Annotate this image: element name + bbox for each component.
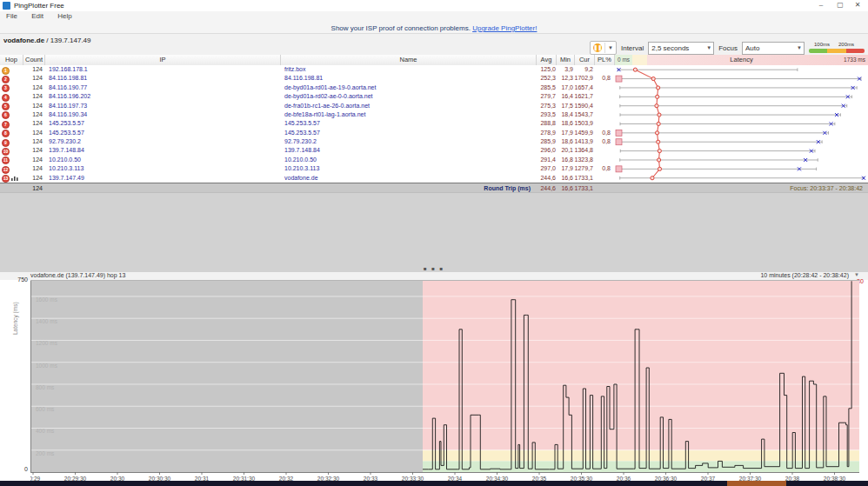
- yellow-zone: [423, 450, 859, 462]
- name-cell: 10.210.3.113: [284, 164, 528, 173]
- latency-scale-max: 1733 ms: [844, 55, 865, 65]
- cur-cell: 1733,1: [573, 174, 593, 183]
- avg-cell: 288,8: [533, 119, 556, 128]
- table-row[interactable]: 1112410.210.0.5010.210.0.50291,416,81323…: [0, 156, 868, 164]
- count-cell: 124: [23, 110, 43, 119]
- table-row[interactable]: 912492.79.230.292.79.230.2285,918,61413,…: [0, 137, 868, 146]
- hop-number-badge: 13: [2, 175, 10, 183]
- table-row[interactable]: 412484.116.196.202de-byd01a-rd02-ae-0-0.…: [0, 92, 868, 101]
- packet-loss-cell: 0,8: [593, 164, 611, 173]
- hop-cell: 10: [0, 146, 23, 155]
- gridline-label: 600 ms: [36, 406, 55, 412]
- min-cell: 17,9: [557, 164, 573, 173]
- header-min[interactable]: Min: [557, 55, 575, 65]
- ip-cell: 92.79.230.2: [49, 137, 275, 146]
- hop-number-badge: 7: [2, 121, 10, 129]
- header-hop[interactable]: Hop: [0, 55, 23, 65]
- packet-loss-cell: 0,8: [593, 137, 611, 146]
- avg-cell: 125,0: [533, 65, 556, 74]
- menu-help[interactable]: Help: [51, 11, 77, 21]
- name-cell: 139.7.148.84: [284, 146, 528, 155]
- header-cur[interactable]: Cur: [575, 55, 595, 65]
- interval-select[interactable]: 2,5 seconds ▼: [648, 42, 714, 55]
- close-button[interactable]: ✕: [849, 1, 866, 10]
- min-cell: 16,4: [557, 92, 573, 101]
- ip-cell: 84.116.198.81: [49, 74, 275, 83]
- hop-cell: 9: [0, 137, 23, 146]
- name-cell: 84.116.198.81: [284, 74, 528, 83]
- timeline-range[interactable]: 10 minutes (20:28:42 - 20:38:42): [760, 272, 849, 278]
- table-row[interactable]: 312484.116.190.77de-byd01a-rd01-ae-19-0.…: [0, 83, 868, 92]
- cur-cell: 1657,4: [573, 83, 593, 92]
- gridline-label: 1000 ms: [36, 363, 58, 369]
- name-cell: de-byd01a-rd02-ae-0-0.aorta.net: [284, 92, 528, 101]
- menu-edit[interactable]: Edit: [25, 11, 50, 21]
- hop-cell: 2: [0, 74, 23, 83]
- chevron-down-icon: ▼: [797, 45, 802, 50]
- timeline-plot[interactable]: 1600 ms1400 ms1200 ms1000 ms800 ms600 ms…: [30, 280, 859, 482]
- table-row[interactable]: 1124192.168.178.1fritz.box125,03,99,2: [0, 65, 868, 74]
- avg-cell: 285,5: [533, 83, 556, 92]
- packet-loss-cell: [593, 174, 611, 183]
- count-cell: 124: [23, 65, 43, 74]
- menu-file[interactable]: File: [0, 11, 23, 21]
- pause-button[interactable]: ❚❚: [591, 43, 605, 53]
- packet-loss-cell: [593, 83, 611, 92]
- count-cell: 124: [23, 119, 43, 128]
- min-cell: 16,8: [557, 156, 573, 164]
- y-axis-title: Latency (ms): [12, 302, 18, 335]
- header-latency[interactable]: 0 ms Latency 1733 ms: [615, 55, 868, 65]
- ip-cell: 139.7.147.49: [49, 174, 275, 183]
- timeline-title: vodafone.de (139.7.147.49) hop 13: [30, 272, 125, 278]
- count-cell: 124: [23, 83, 43, 92]
- cur-cell: 1323,8: [573, 156, 593, 164]
- green-zone: [423, 461, 859, 472]
- hop-cell: 13: [0, 174, 23, 183]
- table-row[interactable]: 7124145.253.5.57145.253.5.57288,818,6150…: [0, 119, 868, 128]
- pause-icon: ❚❚: [593, 43, 602, 52]
- notice-bar: Show your ISP proof of connection proble…: [0, 21, 868, 33]
- table-row[interactable]: 212484.116.198.8184.116.198.81252,312,31…: [0, 74, 868, 83]
- splitter-handle[interactable]: ■ ■ ■: [0, 266, 868, 272]
- minimize-button[interactable]: –: [812, 1, 830, 10]
- notice-text: Show your ISP proof of connection proble…: [331, 24, 471, 32]
- table-row[interactable]: 612484.116.190.34de-bfe18a-rt01-lag-1.ao…: [0, 110, 868, 119]
- taskbar-strip: [0, 481, 868, 486]
- maximize-button[interactable]: ▢: [831, 1, 849, 10]
- focus-select[interactable]: Auto ▼: [742, 42, 805, 55]
- header-count[interactable]: Count: [23, 55, 45, 65]
- pause-dropdown-icon[interactable]: ▼: [605, 45, 616, 50]
- hop-number-badge: 6: [2, 111, 10, 119]
- header-name[interactable]: Name: [281, 55, 537, 65]
- packet-loss-cell: [593, 110, 611, 119]
- hop-number-badge: 4: [2, 94, 10, 102]
- ip-cell: 84.116.196.202: [49, 92, 275, 101]
- chevron-down-icon[interactable]: ▼: [854, 272, 859, 277]
- table-row[interactable]: 1212410.210.3.11310.210.3.113297,017,912…: [0, 164, 868, 173]
- gridline-label: 1600 ms: [36, 296, 58, 303]
- header-avg[interactable]: Avg: [537, 55, 557, 65]
- interval-label: Interval: [621, 44, 644, 52]
- min-cell: 12,3: [557, 74, 573, 83]
- latency-title: Latency: [615, 55, 868, 65]
- focus-value: Auto: [745, 44, 759, 52]
- ip-cell: 84.116.190.34: [49, 110, 275, 119]
- target-ip: / 139.7.147.49: [44, 37, 90, 44]
- table-row[interactable]: 13124139.7.147.49vodafone.de244,616,6173…: [0, 174, 868, 183]
- chevron-down-icon: ▼: [706, 45, 711, 50]
- min-cell: 3,9: [557, 65, 573, 74]
- ip-cell: 84.116.197.73: [49, 102, 275, 110]
- count-cell: 124: [23, 74, 43, 83]
- avg-cell: 293,5: [533, 110, 556, 119]
- table-row[interactable]: 10124139.7.148.84139.7.148.84296,020,113…: [0, 146, 868, 155]
- taskbar-active-app[interactable]: [727, 481, 786, 486]
- header-pl[interactable]: PL%: [595, 55, 615, 65]
- header-ip[interactable]: IP: [45, 55, 281, 65]
- hop-number-badge: 1: [2, 67, 10, 75]
- upgrade-link[interactable]: Upgrade PingPlotter!: [472, 24, 537, 32]
- table-row[interactable]: 8124145.253.5.57145.253.5.57278,917,9145…: [0, 129, 868, 137]
- table-row[interactable]: 512484.116.197.73de-fra01b-rc1-ae-26-0.a…: [0, 102, 868, 110]
- min-cell: 16,6: [557, 174, 573, 183]
- pause-control: ❚❚ ▼: [590, 41, 617, 55]
- cur-cell: 1413,9: [573, 137, 593, 146]
